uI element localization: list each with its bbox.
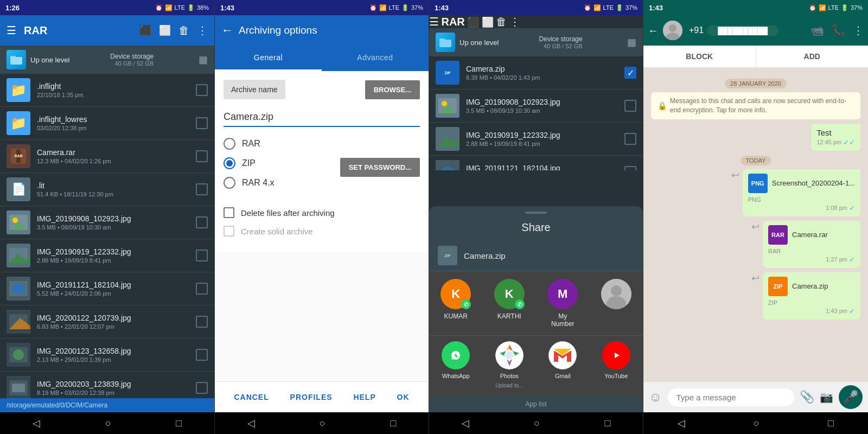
nav-recents-4[interactable]: □: [828, 418, 834, 429]
contact-mynumber[interactable]: M MyNumber: [536, 279, 590, 328]
nav-back-3[interactable]: ◁: [462, 417, 469, 429]
set-password-button[interactable]: SET PASSWORD...: [340, 158, 420, 177]
nav-recents-3[interactable]: □: [604, 418, 610, 429]
file-checkbox[interactable]: [624, 133, 636, 145]
app-whatsapp[interactable]: WhatsApp: [429, 341, 483, 388]
list-item[interactable]: IMG_20191121_182104.jpg 5.52 MB • 24/01/…: [429, 156, 643, 170]
grid-icon-3[interactable]: ▦: [627, 36, 636, 48]
file-checkbox[interactable]: [196, 150, 208, 162]
app-youtube[interactable]: YouTube: [590, 341, 643, 388]
list-item[interactable]: IMG_20190919_122332.jpg 2.88 MB • 19/09/…: [429, 123, 643, 156]
nav-home-1[interactable]: ○: [105, 418, 111, 429]
menu-icon-1[interactable]: ☰: [7, 24, 16, 37]
tab-general[interactable]: General: [215, 46, 322, 71]
nav-back-2[interactable]: ◁: [247, 417, 255, 429]
add-button[interactable]: ADD: [756, 46, 869, 68]
list-item[interactable]: 📁 .inflight_lowres 03/02/20 12:38 pm: [0, 107, 214, 140]
radio-rar4[interactable]: RAR 4.x: [224, 177, 275, 189]
file-checkbox[interactable]: [196, 382, 208, 394]
contact-photo[interactable]: [590, 279, 643, 328]
list-item[interactable]: RAR Camera.rar 12.3 MB • 04/02/20 1:26 p…: [0, 140, 214, 173]
list-item[interactable]: IMG_20190919_122332.jpg 2.88 MB • 19/09/…: [0, 239, 214, 272]
encryption-notice[interactable]: 🔒 Messages to this chat and calls are no…: [651, 92, 860, 119]
file-checkbox[interactable]: [196, 183, 208, 195]
forward-icon-zip[interactable]: ↩: [751, 272, 760, 322]
wa-avatar[interactable]: [663, 21, 682, 40]
list-item[interactable]: IMG_20200122_120739.jpg 6.83 MB • 22/01/…: [0, 305, 214, 339]
contact-kumar[interactable]: K ✆ KUMAR: [429, 279, 483, 328]
mic-button[interactable]: 🎤: [839, 385, 863, 409]
file-checkbox[interactable]: [624, 100, 636, 112]
file-checkbox[interactable]: [196, 250, 208, 261]
radio-zip[interactable]: ZIP: [224, 157, 275, 169]
file-info: IMG_20190908_102923.jpg 3.5 MB • 08/09/1…: [466, 98, 624, 114]
list-item[interactable]: IMG_20191121_182104.jpg 5.52 MB • 24/01/…: [0, 272, 214, 305]
file-checkbox[interactable]: [196, 283, 208, 295]
emoji-button[interactable]: ☺: [649, 390, 662, 405]
file-checkbox[interactable]: [624, 166, 636, 170]
applist-bar[interactable]: App list: [429, 396, 643, 412]
compress-icon-3[interactable]: ⬛: [467, 17, 479, 28]
nav-recents-2[interactable]: □: [390, 418, 396, 429]
radio-rar-button[interactable]: [224, 138, 235, 150]
nav-back-4[interactable]: ◁: [678, 417, 685, 429]
compress-icon-1[interactable]: ⬛: [139, 24, 151, 36]
profiles-button[interactable]: PROFILES: [284, 388, 339, 406]
file-checkbox[interactable]: [196, 349, 208, 361]
svg-text:ZIP: ZIP: [445, 254, 451, 258]
more-icon-3[interactable]: ⋮: [509, 16, 520, 28]
nav-home-3[interactable]: ○: [534, 418, 540, 429]
browse-button[interactable]: BROWSE...: [365, 80, 420, 99]
list-item[interactable]: ZIP Camera.zip 8.39 MB • 04/02/20 1:43 p…: [429, 56, 643, 90]
solid-archive-checkbox[interactable]: Create solid archive: [224, 226, 420, 237]
tab-advanced[interactable]: Advanced: [322, 46, 429, 71]
app-gmail[interactable]: Gmail: [536, 341, 590, 388]
file-checked[interactable]: ✓: [624, 67, 636, 79]
file-checkbox[interactable]: [196, 117, 208, 129]
wa-back-button[interactable]: ←: [648, 24, 659, 37]
contact-karthi[interactable]: K ✆ KARTHI: [483, 279, 537, 328]
block-button[interactable]: BLOCK: [643, 46, 756, 68]
signal-icon-2: 📶: [379, 4, 387, 11]
grid-icon-1[interactable]: ▦: [199, 54, 208, 66]
camera-button[interactable]: 📷: [820, 391, 833, 404]
nav-recents-1[interactable]: □: [176, 418, 182, 429]
list-item[interactable]: 📁 .inflight 22/10/18 1:35 pm: [0, 74, 214, 107]
forward-icon-rar[interactable]: ↩: [751, 221, 760, 270]
nav-back-1[interactable]: ◁: [33, 417, 40, 429]
file-checkbox[interactable]: [196, 216, 208, 228]
list-item[interactable]: IMG_20200203_123839.jpg 8.19 MB • 03/02/…: [0, 372, 214, 398]
decompress-icon-3[interactable]: ⬜: [482, 17, 494, 28]
menu-icon-3[interactable]: ☰: [429, 16, 439, 28]
attachment-button[interactable]: 📎: [800, 390, 814, 404]
list-item[interactable]: 📄 .lit 51.4 KB • 18/11/19 12:30 pm: [0, 173, 214, 206]
more-icon-1[interactable]: ⋮: [197, 24, 208, 37]
list-item[interactable]: IMG_20190908_102923.jpg 3.5 MB • 08/09/1…: [429, 90, 643, 123]
cancel-button[interactable]: CANCEL: [227, 388, 275, 406]
file-checkbox[interactable]: [196, 84, 208, 96]
delete-files-box[interactable]: [224, 207, 234, 218]
wa-more-icon[interactable]: ⋮: [853, 24, 864, 37]
forward-icon-png[interactable]: ↩: [731, 169, 739, 219]
ok-button[interactable]: OK: [391, 388, 416, 406]
decompress-icon-1[interactable]: ⬜: [159, 24, 171, 36]
list-item[interactable]: IMG_20200123_132658.jpg 2.13 MB • 29/01/…: [0, 339, 214, 372]
file-checkbox[interactable]: [196, 316, 208, 328]
radio-zip-button[interactable]: [224, 157, 235, 169]
help-button[interactable]: HELP: [347, 388, 382, 406]
radio-rar4-label: RAR 4.x: [242, 178, 275, 188]
delete-files-checkbox[interactable]: Delete files after archiving: [224, 207, 420, 218]
delete-icon-1[interactable]: 🗑: [178, 24, 189, 37]
wa-video-icon[interactable]: 📹: [810, 24, 824, 37]
wa-call-icon[interactable]: 📞: [832, 24, 845, 37]
nav-home-4[interactable]: ○: [754, 418, 760, 429]
radio-rar4-button[interactable]: [224, 177, 235, 189]
delete-icon-3[interactable]: 🗑: [496, 16, 507, 28]
nav-home-2[interactable]: ○: [320, 418, 326, 429]
back-button-2[interactable]: ←: [221, 23, 233, 37]
message-input[interactable]: [668, 388, 794, 406]
archive-name-input[interactable]: [224, 108, 420, 127]
app-photos[interactable]: Photos Upload to...: [483, 341, 537, 388]
list-item[interactable]: IMG_20190908_102923.jpg 3.5 MB • 08/09/1…: [0, 206, 214, 239]
radio-rar[interactable]: RAR: [224, 138, 275, 150]
